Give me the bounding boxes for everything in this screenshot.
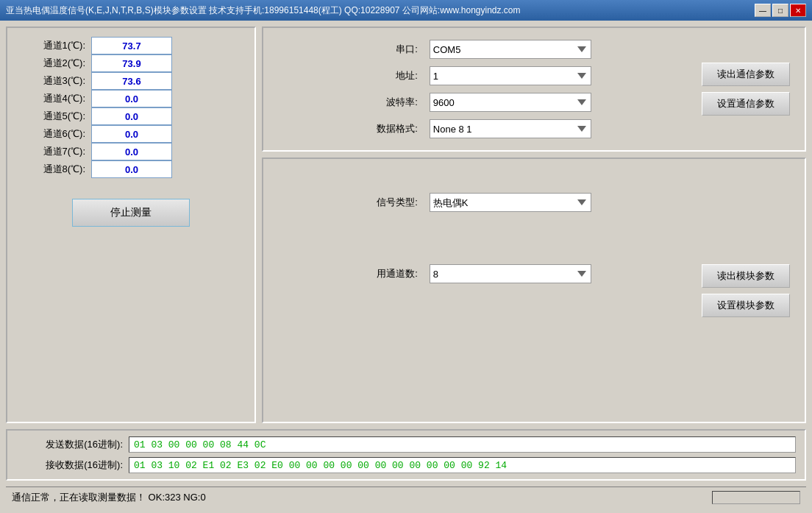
recv-data-value: 01 03 10 02 E1 02 E3 02 E0 00 00 00 00 0…	[129, 457, 796, 473]
channel-input-4[interactable]	[91, 90, 172, 107]
channel-row-1: 通道1(℃):	[19, 37, 243, 54]
channel-input-8[interactable]	[91, 160, 172, 178]
close-button[interactable]: ✕	[790, 4, 806, 17]
right-panel: 串口: COM5 读出通信参数 设置通信参数 地址: 1 波特率: 9600 数…	[262, 26, 806, 423]
module-buttons: 读出模块参数 设置模块参数	[603, 264, 790, 317]
channel-row-3: 通道3(℃):	[19, 72, 243, 90]
baud-label: 波特率:	[278, 96, 418, 109]
set-comm-button[interactable]: 设置通信参数	[702, 92, 790, 116]
status-bar: 通信正常，正在读取测量数据！ OK:323 NG:0	[6, 487, 806, 507]
data-section: 发送数据(16进制): 01 03 00 00 00 08 44 0C 接收数据…	[6, 429, 806, 481]
title-bar: 亚当热电偶温度信号(K,E,J,N,T,R,B,S)模块参数设置 技术支持手机:…	[0, 0, 812, 21]
top-section: 通道1(℃):通道2(℃):通道3(℃):通道4(℃):通道5(℃):通道6(℃…	[6, 26, 806, 423]
channel-row-2: 通道2(℃):	[19, 54, 243, 72]
channel-label-7: 通道7(℃):	[19, 145, 85, 158]
serial-label: 串口:	[278, 43, 418, 56]
format-label: 数据格式:	[278, 122, 418, 135]
channel-label-6: 通道6(℃):	[19, 127, 85, 141]
channel-label-3: 通道3(℃):	[19, 74, 85, 88]
send-data-row: 发送数据(16进制): 01 03 00 00 00 08 44 0C	[16, 436, 796, 453]
send-data-value: 01 03 00 00 00 08 44 0C	[129, 436, 796, 453]
recv-data-row: 接收数据(16进制): 01 03 10 02 E1 02 E3 02 E0 0…	[16, 457, 796, 473]
address-label: 地址:	[278, 69, 418, 82]
channel-label-4: 通道4(℃):	[19, 92, 85, 105]
channel-row-7: 通道7(℃):	[19, 143, 243, 160]
channel-label-2: 通道2(℃):	[19, 57, 85, 70]
channel-input-1[interactable]	[91, 37, 172, 54]
channel-row-4: 通道4(℃):	[19, 90, 243, 107]
channel-row-6: 通道6(℃):	[19, 125, 243, 143]
left-panel: 通道1(℃):通道2(℃):通道3(℃):通道4(℃):通道5(℃):通道6(℃…	[6, 26, 256, 423]
address-select[interactable]: 1	[430, 66, 591, 85]
status-text: 通信正常，正在读取测量数据！ OK:323 NG:0	[12, 491, 706, 504]
comm-buttons: 读出通信参数 设置通信参数	[603, 63, 790, 116]
signal-label: 信号类型:	[278, 196, 418, 209]
channel-row-5: 通道5(℃):	[19, 107, 243, 125]
title-text: 亚当热电偶温度信号(K,E,J,N,T,R,B,S)模块参数设置 技术支持手机:…	[6, 4, 755, 17]
set-module-button[interactable]: 设置模块参数	[702, 294, 790, 317]
channel-label-1: 通道1(℃):	[19, 39, 85, 52]
read-comm-button[interactable]: 读出通信参数	[702, 63, 790, 86]
status-indicator	[712, 491, 800, 504]
stop-button[interactable]: 停止测量	[72, 199, 190, 227]
signal-select[interactable]: 热电偶K	[430, 193, 591, 212]
channel-input-2[interactable]	[91, 54, 172, 72]
channels-used-label: 用通道数:	[278, 267, 418, 280]
format-select[interactable]: None 8 1	[430, 119, 591, 138]
channel-input-6[interactable]	[91, 125, 172, 143]
channel-label-8: 通道8(℃):	[19, 163, 85, 176]
channel-list: 通道1(℃):通道2(℃):通道3(℃):通道4(℃):通道5(℃):通道6(℃…	[19, 37, 243, 178]
maximize-button[interactable]: □	[772, 4, 788, 17]
comm-section: 串口: COM5 读出通信参数 设置通信参数 地址: 1 波特率: 9600 数…	[262, 26, 806, 152]
channels-select[interactable]: 8	[430, 264, 591, 283]
minimize-button[interactable]: —	[755, 4, 771, 17]
read-module-button[interactable]: 读出模块参数	[702, 264, 790, 288]
main-window: 通道1(℃):通道2(℃):通道3(℃):通道4(℃):通道5(℃):通道6(℃…	[0, 21, 812, 513]
channel-label-5: 通道5(℃):	[19, 110, 85, 123]
module-section: 信号类型: 热电偶K 读出模块参数 设置模块参数 用通道数: 8	[262, 158, 806, 423]
channel-row-8: 通道8(℃):	[19, 160, 243, 178]
send-data-label: 发送数据(16进制):	[16, 438, 123, 451]
recv-data-label: 接收数据(16进制):	[16, 459, 123, 472]
serial-select[interactable]: COM5	[430, 40, 591, 59]
baud-select[interactable]: 9600	[430, 93, 591, 112]
channel-input-5[interactable]	[91, 107, 172, 125]
channel-input-7[interactable]	[91, 143, 172, 160]
window-controls: — □ ✕	[755, 4, 806, 17]
channel-input-3[interactable]	[91, 72, 172, 90]
